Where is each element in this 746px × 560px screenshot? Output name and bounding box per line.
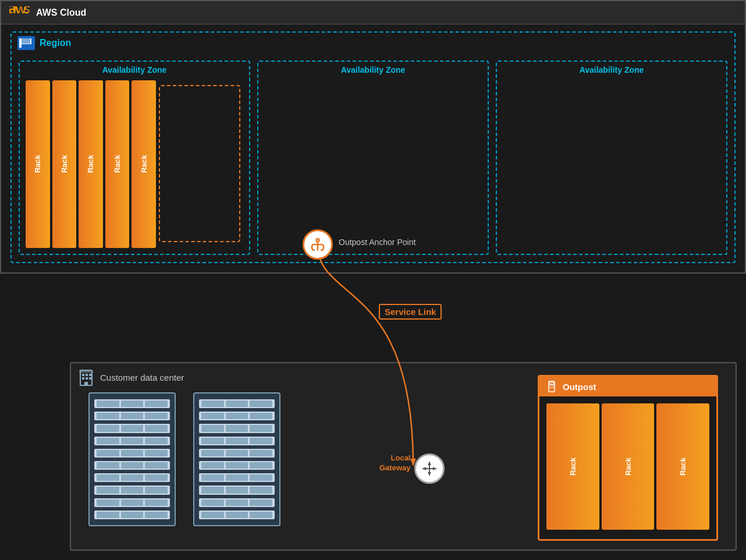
rack-3: Rack: [79, 80, 103, 248]
svg-rect-10: [86, 374, 88, 376]
server-unit: [201, 425, 224, 431]
outpost-rack-3: Rack: [656, 403, 709, 530]
outpost-racks-container: Rack Rack Rack: [539, 396, 716, 537]
svg-rect-8: [79, 370, 93, 373]
cdc-title: Customer data center: [100, 373, 184, 382]
server-row: [94, 412, 170, 420]
server-row: [199, 498, 275, 507]
server-unit: [201, 499, 224, 506]
server-unit: [226, 438, 248, 444]
server-unit: [121, 413, 144, 419]
server-unit: [201, 450, 224, 456]
server-unit: [145, 400, 168, 407]
outpost-placeholder: [159, 85, 240, 242]
server-row: [199, 437, 275, 445]
racks-container: Rack Rack Rack Rack Rack: [26, 80, 156, 248]
svg-point-17: [549, 382, 555, 384]
svg-rect-12: [82, 377, 84, 380]
aws-cloud-container: AWS Cloud Region Availability Zone Rack …: [0, 0, 746, 274]
outpost-rack-2: Rack: [602, 403, 655, 530]
server-unit: [201, 438, 224, 444]
server-unit: [201, 487, 224, 493]
aws-cloud-title: AWS Cloud: [36, 8, 86, 18]
server-unit: [226, 474, 248, 481]
rack-5: Rack: [132, 80, 156, 248]
svg-marker-22: [428, 462, 431, 465]
server-row: [199, 473, 275, 482]
server-unit: [250, 487, 272, 493]
server-unit: [121, 425, 144, 431]
server-unit: [97, 438, 119, 444]
rack-3-label: Rack: [86, 155, 95, 173]
server-row: [94, 399, 170, 408]
outpost-rack-2-label: Rack: [624, 458, 633, 476]
server-unit: [121, 438, 144, 444]
server-unit: [250, 474, 272, 481]
svg-marker-23: [428, 472, 431, 476]
server-unit: [250, 499, 272, 506]
local-gateway-circle: [414, 453, 445, 484]
server-unit: [145, 474, 168, 481]
availability-zone-1: Availability Zone Rack Rack Rack Rack Ra…: [19, 61, 250, 255]
server-unit: [145, 413, 168, 419]
server-unit: [226, 512, 248, 518]
outpost-rack-1-label: Rack: [569, 458, 577, 476]
server-unit: [201, 474, 224, 481]
server-unit: [145, 450, 168, 456]
anchor-point-label: Outpost Anchor Point: [339, 238, 415, 247]
server-unit: [97, 425, 119, 431]
az-3-label: Availability Zone: [580, 65, 644, 75]
rack-2-label: Rack: [60, 155, 69, 173]
server-unit: [250, 462, 272, 469]
cdc-server-racks: [88, 392, 280, 526]
server-unit: [226, 413, 248, 419]
outpost-rack-1: Rack: [546, 403, 599, 530]
server-row: [199, 412, 275, 420]
anchor-point-circle: [303, 229, 333, 260]
anchor-icon: [309, 236, 326, 253]
rack-1: Rack: [26, 80, 50, 248]
rack-4-label: Rack: [113, 155, 122, 173]
server-unit: [121, 462, 144, 469]
server-rack-group-2: [193, 392, 280, 526]
server-unit: [226, 425, 248, 431]
svg-rect-9: [82, 374, 84, 376]
server-unit: [145, 462, 168, 469]
svg-rect-11: [89, 374, 91, 376]
svg-point-4: [317, 239, 319, 242]
svg-rect-1: [19, 38, 22, 48]
server-unit: [97, 413, 119, 419]
server-unit: [226, 487, 248, 493]
region-icon: [17, 36, 35, 50]
server-unit: [226, 499, 248, 506]
server-unit: [250, 400, 272, 407]
server-unit: [145, 499, 168, 506]
server-unit: [226, 450, 248, 456]
server-unit: [201, 462, 224, 469]
server-row: [199, 461, 275, 470]
svg-rect-13: [86, 377, 88, 380]
svg-rect-15: [84, 382, 88, 385]
server-unit: [201, 413, 224, 419]
server-unit: [201, 512, 224, 518]
server-row: [199, 399, 275, 408]
server-row: [199, 449, 275, 458]
svg-marker-24: [422, 467, 426, 470]
availability-zone-2: Availability Zone: [257, 61, 489, 255]
building-icon: [78, 368, 94, 387]
server-row: [94, 498, 170, 507]
server-row: [94, 485, 170, 494]
server-unit: [121, 474, 144, 481]
server-unit: [226, 400, 248, 407]
server-unit: [250, 413, 272, 419]
service-link-label: Service Link: [379, 304, 442, 320]
rack-2: Rack: [52, 80, 77, 248]
availability-zones-container: Availability Zone Rack Rack Rack Rack Ra…: [19, 61, 727, 255]
server-row: [94, 437, 170, 445]
region-header: Region: [12, 33, 734, 54]
local-gateway-label: Local Gateway: [379, 453, 410, 473]
region-label: Region: [40, 38, 71, 48]
server-unit: [97, 450, 119, 456]
svg-rect-14: [89, 377, 91, 380]
svg-rect-16: [549, 381, 555, 392]
